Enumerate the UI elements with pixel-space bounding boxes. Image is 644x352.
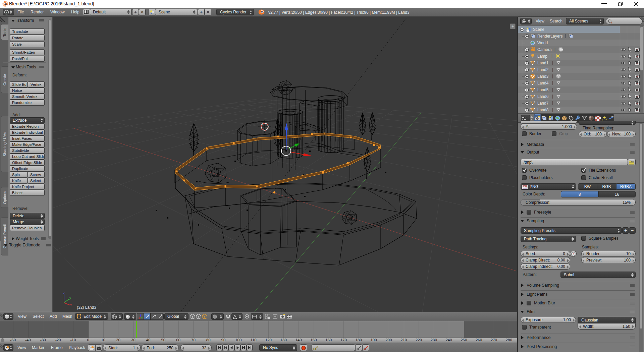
svg-text:i: i xyxy=(6,11,7,14)
svg-text:z: z xyxy=(63,291,65,295)
svg-text:y: y xyxy=(69,296,71,300)
svg-text:x: x xyxy=(70,303,72,306)
